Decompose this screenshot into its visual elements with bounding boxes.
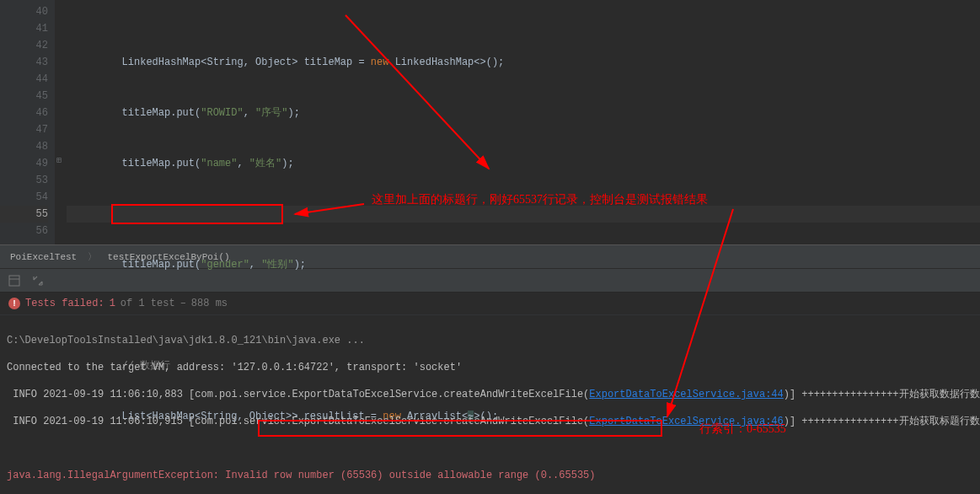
- line-number: 56: [0, 223, 48, 239]
- layout-icon[interactable]: [8, 275, 20, 287]
- fold-expand-icon[interactable]: ⊞: [56, 155, 62, 165]
- line-number: 44: [0, 71, 48, 88]
- code-content[interactable]: LinkedHashMap<String, Object> titleMap =…: [67, 0, 980, 244]
- console-output[interactable]: C:\DevelopToolsInstalled\java\jdk1.8.0_1…: [0, 315, 980, 494]
- line-number: 53: [0, 172, 48, 189]
- svg-rect-0: [9, 276, 19, 286]
- code-line[interactable]: titleMap.put("ROWID", "序号");: [73, 105, 980, 121]
- line-number: 46: [0, 105, 48, 121]
- code-line[interactable]: titleMap.put("name", "姓名");: [73, 155, 980, 172]
- line-number: 45: [0, 88, 48, 105]
- console-line: C:\DevelopToolsInstalled\java\jdk1.8.0_1…: [7, 334, 973, 347]
- code-editor[interactable]: 40 41 42 43 44 45 46 47 48 49 53 54 55 5…: [0, 0, 980, 244]
- console-line: [7, 442, 973, 455]
- source-link[interactable]: ExportDataToExcelService.java:44: [589, 389, 783, 400]
- line-number: 42: [0, 37, 48, 54]
- line-number-gutter: 40 41 42 43 44 45 46 47 48 49 53 54 55 5…: [0, 0, 55, 244]
- console-line: INFO 2021-09-19 11:06:10,915 [com.poi.se…: [7, 415, 973, 428]
- source-link[interactable]: ExportDataToExcelService.java:46: [589, 416, 783, 427]
- code-line[interactable]: LinkedHashMap<String, Object> titleMap =…: [73, 54, 980, 71]
- console-line: Connected to the target VM, address: '12…: [7, 361, 973, 374]
- code-line[interactable]: titleMap.put("gender", "性别");: [73, 256, 980, 273]
- fold-column: ⊞: [55, 0, 67, 244]
- line-number: 43: [0, 54, 48, 71]
- line-number: 47: [0, 121, 48, 138]
- line-number: 49: [0, 155, 48, 172]
- test-failed-icon: !: [8, 298, 20, 309]
- line-number: 40: [0, 3, 48, 20]
- line-number-current: 55: [0, 206, 48, 223]
- line-number: 54: [0, 189, 48, 206]
- line-number: 48: [0, 138, 48, 155]
- console-error-line: java.lang.IllegalArgumentException: Inva…: [7, 469, 973, 482]
- expand-all-icon[interactable]: [32, 275, 44, 287]
- line-number: 41: [0, 20, 48, 37]
- breadcrumb-class[interactable]: PoiExcelTest: [10, 252, 77, 262]
- current-line-highlight: [67, 206, 980, 223]
- console-line: INFO 2021-09-19 11:06:10,883 [com.poi.se…: [7, 388, 973, 401]
